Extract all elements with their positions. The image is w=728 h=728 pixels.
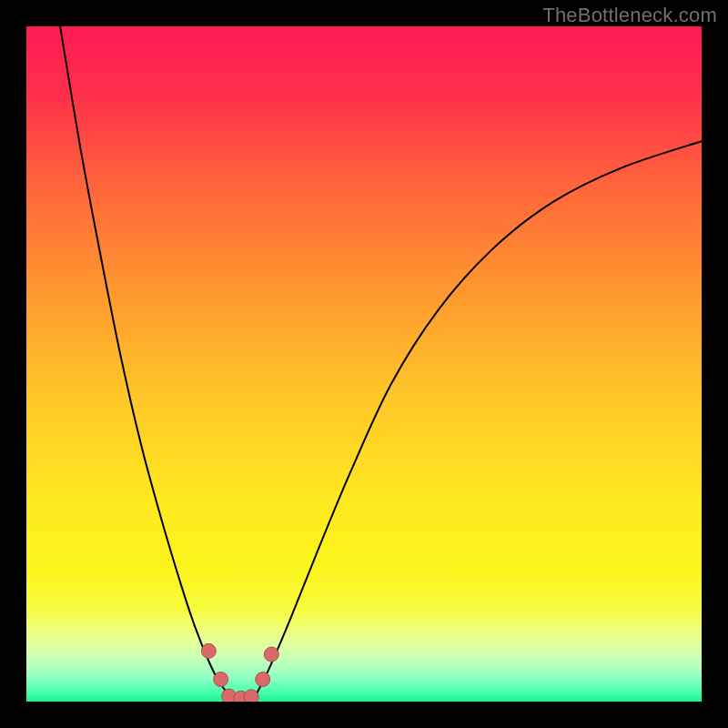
marker-right-upper (264, 647, 278, 662)
chart-background (26, 26, 702, 702)
marker-left-upper (201, 643, 216, 658)
marker-floor-3 (244, 690, 258, 702)
watermark-text: TheBottleneck.com (542, 4, 717, 27)
marker-right-lower (256, 672, 270, 687)
chart-frame: TheBottleneck.com (0, 0, 728, 728)
chart-plot-area (26, 26, 702, 702)
chart-svg (26, 26, 702, 702)
marker-left-lower (214, 672, 228, 687)
